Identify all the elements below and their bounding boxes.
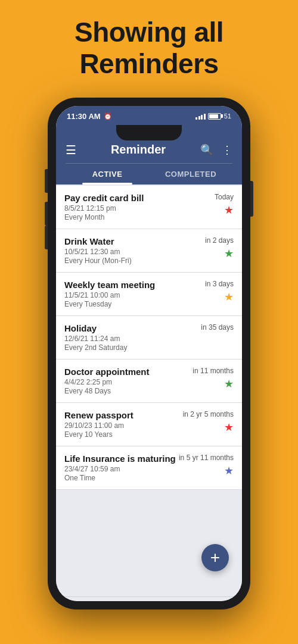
reminder-info: Weekly team meeting 11/5/21 10:00 am Eve…: [64, 280, 180, 308]
reminder-meta: in 35 days ★: [180, 323, 234, 347]
reminder-meta: in 2 days ★: [180, 236, 234, 260]
star-icon: ★: [224, 334, 234, 347]
reminder-datetime: 8/5/21 12:15 pm: [64, 204, 180, 212]
star-icon: ★: [224, 290, 234, 304]
reminder-datetime: 12/6/21 11:24 am: [64, 334, 180, 343]
header-actions: 🔍 ⋮: [200, 143, 232, 157]
reminder-meta: in 3 days ★: [180, 280, 234, 304]
notch: [116, 125, 182, 140]
reminder-title: Pay credit card bill: [64, 193, 180, 203]
reminder-title: Renew passport: [64, 410, 180, 420]
list-item[interactable]: Weekly team meeting 11/5/21 10:00 am Eve…: [56, 273, 242, 316]
alarm-icon: ⏰: [104, 112, 112, 120]
reminder-recurrence: One Time: [64, 474, 179, 482]
star-icon: ★: [224, 377, 234, 390]
reminder-info: Renew passport 29/10/23 11:00 am Every 1…: [64, 410, 180, 439]
signal-icon: [195, 112, 206, 120]
phone-mockup: 11:30 AM ⏰ 51: [48, 98, 250, 609]
status-time: 11:30 AM ⏰: [67, 112, 112, 121]
reminder-recurrence: Every 2nd Saturday: [64, 343, 180, 352]
page-headline: Showing all Reminders: [74, 17, 224, 80]
reminder-datetime: 4/4/22 2:25 pm: [64, 378, 180, 386]
star-icon: ★: [224, 464, 234, 477]
reminder-meta: in 11 months ★: [180, 367, 234, 390]
reminder-meta: in 2 yr 5 months ★: [180, 410, 234, 434]
reminder-recurrence: Every 10 Years: [64, 430, 180, 439]
app-title: Reminder: [111, 143, 166, 157]
reminder-meta: Today ★: [180, 193, 234, 217]
reminder-info: Pay credit card bill 8/5/21 12:15 pm Eve…: [64, 193, 180, 221]
reminder-datetime: 10/5/21 12:30 am: [64, 248, 180, 256]
reminder-recurrence: Every Hour (Mon-Fri): [64, 257, 180, 265]
empty-space: [56, 490, 242, 537]
reminder-due: in 2 days: [205, 236, 234, 245]
reminder-datetime: 11/5/21 10:00 am: [64, 291, 180, 299]
reminder-due: in 5 yr 11 months: [179, 454, 234, 462]
reminder-due: in 3 days: [205, 280, 234, 288]
reminder-meta: in 5 yr 11 months ★: [179, 454, 234, 477]
tab-bar: ACTIVE COMPLETED: [66, 163, 232, 185]
menu-button[interactable]: ☰: [66, 143, 76, 157]
reminder-list: Pay credit card bill 8/5/21 12:15 pm Eve…: [56, 185, 242, 596]
reminder-recurrence: Every Month: [64, 213, 180, 221]
search-icon[interactable]: 🔍: [200, 143, 213, 157]
reminder-due: in 2 yr 5 months: [183, 410, 234, 418]
reminder-recurrence: Every 48 Days: [64, 387, 180, 395]
reminder-info: Drink Water 10/5/21 12:30 am Every Hour …: [64, 236, 180, 265]
list-item[interactable]: Holiday 12/6/21 11:24 am Every 2nd Satur…: [56, 316, 242, 359]
more-options-icon[interactable]: ⋮: [222, 143, 232, 157]
status-icons: 51: [195, 112, 231, 120]
reminder-due: in 11 months: [193, 367, 234, 375]
reminder-title: Doctor appointment: [64, 367, 180, 377]
add-reminder-button[interactable]: +: [201, 544, 229, 571]
reminder-due: Today: [215, 193, 234, 201]
list-item[interactable]: Drink Water 10/5/21 12:30 am Every Hour …: [56, 229, 242, 273]
battery-icon: [208, 113, 221, 120]
tab-completed[interactable]: COMPLETED: [149, 164, 232, 185]
reminder-title: Holiday: [64, 323, 180, 333]
list-item[interactable]: Life Insurance is maturing 23/4/27 10:59…: [56, 446, 242, 490]
time-display: 11:30 AM: [67, 112, 101, 121]
reminder-info: Life Insurance is maturing 23/4/27 10:59…: [64, 454, 179, 482]
reminder-recurrence: Every Tuesday: [64, 300, 180, 308]
battery-percent: 51: [224, 112, 231, 120]
status-bar: 11:30 AM ⏰ 51: [56, 106, 242, 125]
star-icon: ★: [224, 247, 234, 260]
phone-screen: 11:30 AM ⏰ 51: [56, 106, 242, 601]
list-item[interactable]: Pay credit card bill 8/5/21 12:15 pm Eve…: [56, 186, 242, 229]
reminder-datetime: 23/4/27 10:59 am: [64, 465, 179, 473]
star-icon: ★: [224, 204, 234, 217]
star-icon: ★: [224, 421, 234, 434]
reminder-due: in 35 days: [201, 323, 234, 332]
reminder-info: Doctor appointment 4/4/22 2:25 pm Every …: [64, 367, 180, 395]
list-item[interactable]: Renew passport 29/10/23 11:00 am Every 1…: [56, 403, 242, 446]
reminder-title: Weekly team meeting: [64, 280, 180, 290]
tab-active[interactable]: ACTIVE: [66, 164, 149, 185]
reminder-title: Life Insurance is maturing: [64, 454, 179, 464]
reminder-info: Holiday 12/6/21 11:24 am Every 2nd Satur…: [64, 323, 180, 352]
list-item[interactable]: Doctor appointment 4/4/22 2:25 pm Every …: [56, 359, 242, 403]
reminder-title: Drink Water: [64, 236, 180, 246]
bottom-nav: ← ○ □: [56, 596, 242, 601]
reminder-datetime: 29/10/23 11:00 am: [64, 421, 180, 430]
